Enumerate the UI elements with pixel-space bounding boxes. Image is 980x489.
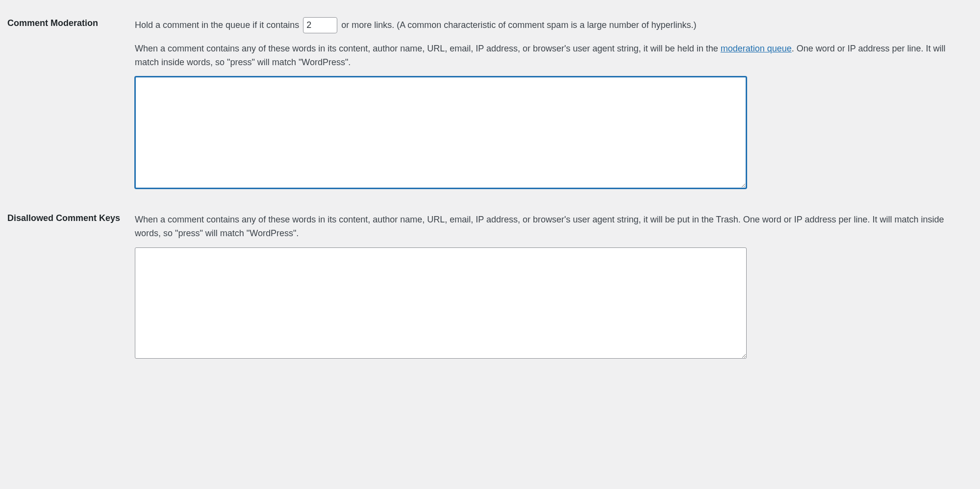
comment-max-links-input[interactable] [303, 17, 337, 33]
disallowed-keys-textarea[interactable] [135, 247, 747, 359]
comment-moderation-heading: Comment Moderation [7, 12, 135, 198]
moderation-queue-link[interactable]: moderation queue [721, 44, 792, 53]
comment-max-links-paragraph: Hold a comment in the queue if it contai… [135, 17, 968, 33]
comment-max-links-text-before: Hold a comment in the queue if it contai… [135, 20, 299, 30]
disallowed-keys-description: When a comment contains any of these wor… [135, 213, 968, 241]
moderation-desc-before: When a comment contains any of these wor… [135, 44, 721, 53]
moderation-keys-textarea[interactable] [135, 76, 747, 189]
disallowed-comment-keys-heading: Disallowed Comment Keys [7, 198, 135, 368]
comment-max-links-text-after: or more links. (A common characteristic … [341, 20, 696, 30]
moderation-keys-description: When a comment contains any of these wor… [135, 42, 968, 70]
